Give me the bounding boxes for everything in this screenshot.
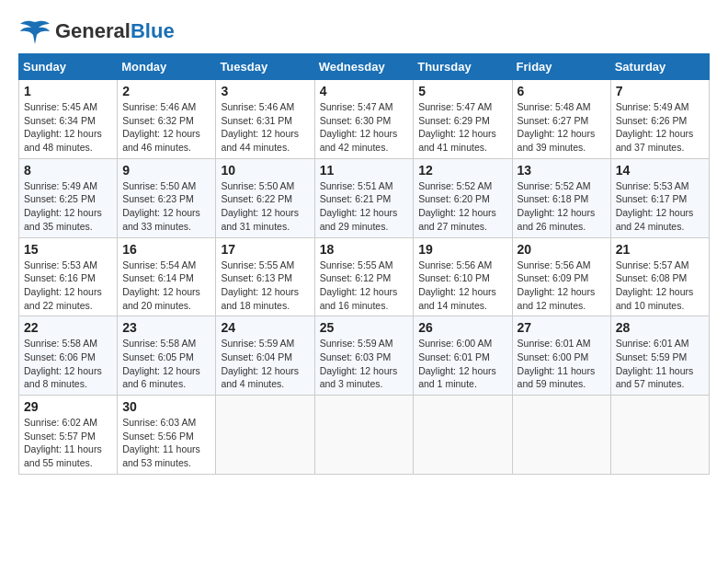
day-detail: Sunrise: 5:55 AMSunset: 6:13 PMDaylight:… [221,259,299,311]
calendar-day-cell: 8 Sunrise: 5:49 AMSunset: 6:25 PMDayligh… [19,158,118,237]
day-detail: Sunrise: 5:52 AMSunset: 6:18 PMDaylight:… [518,180,596,232]
day-detail: Sunrise: 6:01 AMSunset: 5:59 PMDaylight:… [616,338,694,389]
day-detail: Sunrise: 5:56 AMSunset: 6:09 PMDaylight:… [518,259,596,311]
day-number: 2 [122,84,210,98]
day-number: 8 [24,163,112,178]
day-number: 14 [616,163,704,178]
day-number: 25 [320,320,409,335]
day-number: 23 [122,320,210,335]
calendar-day-header: Saturday [610,54,709,80]
calendar-week-row: 22 Sunrise: 5:58 AMSunset: 6:06 PMDaylig… [19,316,710,396]
calendar-day-cell: 14 Sunrise: 5:53 AMSunset: 6:17 PMDaylig… [610,158,709,237]
day-detail: Sunrise: 5:54 AMSunset: 6:14 PMDaylight:… [122,259,200,311]
calendar-day-cell: 19 Sunrise: 5:56 AMSunset: 6:10 PMDaylig… [414,237,512,316]
day-number: 29 [24,399,112,414]
calendar-day-cell: 7 Sunrise: 5:49 AMSunset: 6:26 PMDayligh… [610,80,709,159]
day-number: 22 [24,320,112,335]
calendar-day-header: Tuesday [216,54,314,80]
day-detail: Sunrise: 5:46 AMSunset: 6:32 PMDaylight:… [122,101,200,153]
calendar-day-header: Friday [512,54,610,80]
day-detail: Sunrise: 5:59 AMSunset: 6:04 PMDaylight:… [221,338,299,389]
calendar-day-cell [314,396,414,475]
day-number: 19 [418,242,506,257]
day-detail: Sunrise: 6:01 AMSunset: 6:00 PMDaylight:… [518,338,596,389]
calendar-week-row: 8 Sunrise: 5:49 AMSunset: 6:25 PMDayligh… [19,158,710,237]
day-number: 15 [24,242,112,257]
day-number: 20 [518,242,606,257]
calendar-day-cell: 15 Sunrise: 5:53 AMSunset: 6:16 PMDaylig… [19,237,118,316]
calendar-day-cell: 16 Sunrise: 5:54 AMSunset: 6:14 PMDaylig… [118,237,216,316]
calendar-day-cell: 4 Sunrise: 5:47 AMSunset: 6:30 PMDayligh… [314,80,414,159]
day-detail: Sunrise: 5:47 AMSunset: 6:30 PMDaylight:… [320,101,398,153]
calendar-day-cell: 22 Sunrise: 5:58 AMSunset: 6:06 PMDaylig… [19,316,118,396]
calendar-day-cell: 26 Sunrise: 6:00 AMSunset: 6:01 PMDaylig… [414,316,512,396]
calendar-day-cell: 2 Sunrise: 5:46 AMSunset: 6:32 PMDayligh… [118,80,216,159]
day-detail: Sunrise: 5:49 AMSunset: 6:25 PMDaylight:… [24,180,102,232]
calendar-day-cell: 1 Sunrise: 5:45 AMSunset: 6:34 PMDayligh… [19,80,118,159]
day-number: 26 [418,320,506,335]
day-number: 28 [616,320,704,335]
day-number: 27 [518,320,606,335]
calendar-week-row: 1 Sunrise: 5:45 AMSunset: 6:34 PMDayligh… [19,80,710,159]
calendar-day-cell: 27 Sunrise: 6:01 AMSunset: 6:00 PMDaylig… [512,316,610,396]
day-detail: Sunrise: 5:50 AMSunset: 6:22 PMDaylight:… [221,180,299,232]
day-detail: Sunrise: 5:50 AMSunset: 6:23 PMDaylight:… [122,180,200,232]
calendar-week-row: 29 Sunrise: 6:02 AMSunset: 5:57 PMDaylig… [19,396,710,475]
logo: GeneralBlue [18,18,175,44]
day-number: 9 [122,163,210,178]
day-detail: Sunrise: 5:52 AMSunset: 6:20 PMDaylight:… [418,180,496,232]
day-detail: Sunrise: 5:56 AMSunset: 6:10 PMDaylight:… [418,259,496,311]
day-number: 6 [518,84,606,98]
day-number: 3 [221,84,309,98]
day-detail: Sunrise: 5:53 AMSunset: 6:17 PMDaylight:… [616,180,694,232]
calendar-day-cell: 23 Sunrise: 5:58 AMSunset: 6:05 PMDaylig… [118,316,216,396]
day-number: 30 [122,399,210,414]
calendar-day-cell: 17 Sunrise: 5:55 AMSunset: 6:13 PMDaylig… [216,237,314,316]
calendar-day-cell: 28 Sunrise: 6:01 AMSunset: 5:59 PMDaylig… [610,316,709,396]
day-detail: Sunrise: 5:48 AMSunset: 6:27 PMDaylight:… [518,101,596,153]
day-detail: Sunrise: 6:02 AMSunset: 5:57 PMDaylight:… [24,417,102,468]
calendar-day-cell: 24 Sunrise: 5:59 AMSunset: 6:04 PMDaylig… [216,316,314,396]
day-number: 17 [221,242,309,257]
day-number: 16 [122,242,210,257]
day-number: 24 [221,320,309,335]
day-detail: Sunrise: 5:59 AMSunset: 6:03 PMDaylight:… [320,338,398,389]
calendar-day-cell: 30 Sunrise: 6:03 AMSunset: 5:56 PMDaylig… [118,396,216,475]
calendar-day-cell: 9 Sunrise: 5:50 AMSunset: 6:23 PMDayligh… [118,158,216,237]
calendar-day-cell [216,396,314,475]
calendar-day-cell [414,396,512,475]
calendar-day-cell: 25 Sunrise: 5:59 AMSunset: 6:03 PMDaylig… [314,316,414,396]
day-detail: Sunrise: 5:58 AMSunset: 6:05 PMDaylight:… [122,338,200,389]
day-detail: Sunrise: 6:03 AMSunset: 5:56 PMDaylight:… [122,417,200,468]
calendar-day-header: Wednesday [314,54,414,80]
day-detail: Sunrise: 5:46 AMSunset: 6:31 PMDaylight:… [221,101,299,153]
calendar-day-cell: 20 Sunrise: 5:56 AMSunset: 6:09 PMDaylig… [512,237,610,316]
day-detail: Sunrise: 5:57 AMSunset: 6:08 PMDaylight:… [616,259,694,311]
day-detail: Sunrise: 5:55 AMSunset: 6:12 PMDaylight:… [320,259,398,311]
day-number: 13 [518,163,606,178]
calendar-day-cell: 12 Sunrise: 5:52 AMSunset: 6:20 PMDaylig… [414,158,512,237]
calendar-day-cell: 13 Sunrise: 5:52 AMSunset: 6:18 PMDaylig… [512,158,610,237]
calendar-day-cell [512,396,610,475]
calendar-header-row: SundayMondayTuesdayWednesdayThursdayFrid… [19,54,710,80]
day-number: 10 [221,163,309,178]
calendar-day-cell: 11 Sunrise: 5:51 AMSunset: 6:21 PMDaylig… [314,158,414,237]
day-detail: Sunrise: 5:47 AMSunset: 6:29 PMDaylight:… [418,101,496,153]
calendar-day-cell: 6 Sunrise: 5:48 AMSunset: 6:27 PMDayligh… [512,80,610,159]
day-number: 21 [616,242,704,257]
day-detail: Sunrise: 5:51 AMSunset: 6:21 PMDaylight:… [320,180,398,232]
day-detail: Sunrise: 5:58 AMSunset: 6:06 PMDaylight:… [24,338,102,389]
logo-general: GeneralBlue [55,19,175,42]
calendar-day-header: Thursday [414,54,512,80]
day-detail: Sunrise: 5:49 AMSunset: 6:26 PMDaylight:… [616,101,694,153]
calendar-day-cell: 18 Sunrise: 5:55 AMSunset: 6:12 PMDaylig… [314,237,414,316]
day-number: 1 [24,84,112,98]
day-number: 5 [418,84,506,98]
day-number: 7 [616,84,704,98]
day-number: 4 [320,84,409,98]
page-header: GeneralBlue [18,18,710,44]
calendar-day-cell: 3 Sunrise: 5:46 AMSunset: 6:31 PMDayligh… [216,80,314,159]
calendar-day-cell: 21 Sunrise: 5:57 AMSunset: 6:08 PMDaylig… [610,237,709,316]
calendar-day-cell: 10 Sunrise: 5:50 AMSunset: 6:22 PMDaylig… [216,158,314,237]
calendar-table: SundayMondayTuesdayWednesdayThursdayFrid… [18,53,710,475]
